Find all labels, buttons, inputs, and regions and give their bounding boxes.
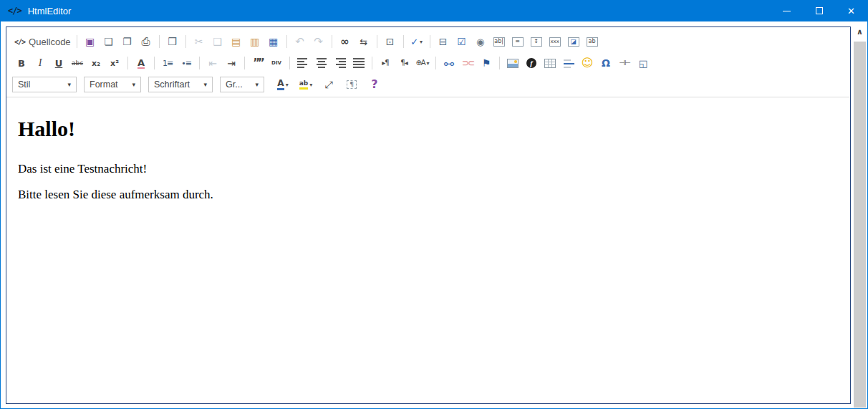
font-dropdown[interactable]: Schriftart▾ xyxy=(148,77,213,92)
print-button[interactable]: ⎙ xyxy=(138,33,155,51)
page-break-button[interactable]: ⊣⊢ xyxy=(616,54,633,72)
table-button[interactable] xyxy=(541,54,559,72)
source-button-label: Quellcode xyxy=(29,37,71,47)
bold-button[interactable]: B xyxy=(13,54,30,72)
outdent-icon: ⇤ xyxy=(208,58,217,68)
link-button[interactable]: ⧟ xyxy=(440,54,458,72)
image-button-button[interactable]: ◪ xyxy=(565,33,582,51)
text-field-button[interactable]: ab| xyxy=(491,33,508,51)
caret-down-icon: ▾ xyxy=(286,82,289,88)
form-button[interactable]: ⊟ xyxy=(435,33,452,51)
underline-button[interactable]: U xyxy=(50,54,67,72)
toolbar-separator xyxy=(154,57,155,69)
horizontal-rule-button[interactable] xyxy=(560,54,577,72)
font-dropdown-label: Schriftart xyxy=(154,80,190,90)
paste-text-button[interactable]: ▥ xyxy=(246,33,264,51)
remove-format-button[interactable]: A xyxy=(132,54,150,72)
vertical-scrollbar[interactable]: ∧ xyxy=(854,21,866,408)
button-button[interactable]: ab xyxy=(584,33,601,51)
selectall-icon: ⊡ xyxy=(386,37,395,47)
maximize-window-icon xyxy=(816,7,823,14)
numbered-list-button[interactable]: 1≡ xyxy=(159,54,176,72)
redo-button[interactable]: ↷ xyxy=(310,33,327,51)
language-button[interactable]: ⊕A▾ xyxy=(414,54,431,72)
checkbox-icon: ☑ xyxy=(457,37,466,47)
align-justify-button[interactable] xyxy=(350,54,367,72)
increase-indent-button[interactable]: ⇥ xyxy=(223,54,240,72)
source-button[interactable]: </>Quellcode xyxy=(13,33,72,51)
style-dropdown[interactable]: Stil▾ xyxy=(12,77,77,92)
spellcheck-button[interactable]: ✓▾ xyxy=(408,33,425,51)
textcolor-icon: A xyxy=(277,79,284,90)
undo-button[interactable]: ↶ xyxy=(291,33,309,51)
unlink-button[interactable]: ⊃⊂ xyxy=(459,54,476,72)
find-button[interactable]: ∞ xyxy=(337,33,354,51)
format-dropdown[interactable]: Format▾ xyxy=(84,77,141,92)
templates-button[interactable]: ❒ xyxy=(164,33,181,51)
close-button[interactable]: ✕ xyxy=(835,0,867,21)
div-container-button[interactable]: DIV xyxy=(268,54,285,72)
hidden-field-button[interactable]: xxx xyxy=(546,33,564,51)
textarea-button[interactable]: ≡ xyxy=(509,33,526,51)
radio-button[interactable]: ◉ xyxy=(472,33,489,51)
about-button[interactable]: ? xyxy=(366,76,383,94)
text-color-button[interactable]: A▾ xyxy=(274,76,291,94)
copy-button[interactable]: ❑ xyxy=(209,33,226,51)
select-all-button[interactable]: ⊡ xyxy=(382,33,399,51)
save-button[interactable]: ▣ xyxy=(82,33,99,51)
iframe-icon: ◱ xyxy=(639,59,647,68)
bulleted-list-button[interactable]: •≡ xyxy=(178,54,195,72)
background-color-button[interactable]: ab▾ xyxy=(297,76,314,94)
select-field-button[interactable]: ↕ xyxy=(528,33,545,51)
smiley-button[interactable]: ☺ xyxy=(579,54,596,72)
editor-content-area[interactable]: Hallo! Das ist eine Testnachricht! Bitte… xyxy=(6,97,850,403)
anchor-button[interactable]: ⚑ xyxy=(478,54,495,72)
editor-frame: </>Quellcode▣❏❐⎙❒✂❑▤▥▦↶↷∞⇆⊡✓▾⊟☑◉ab|≡↕xxx… xyxy=(6,27,851,404)
size-dropdown-label: Gr... xyxy=(226,80,243,90)
iframe-button[interactable]: ◱ xyxy=(635,54,652,72)
flash-button[interactable]: f xyxy=(523,54,540,72)
italic-button[interactable]: I xyxy=(32,54,49,72)
bidi-rtl-button[interactable]: ¶◂ xyxy=(395,54,413,72)
checkbox-button[interactable]: ☑ xyxy=(453,33,471,51)
toolbar-separator xyxy=(244,57,245,69)
maximize-button[interactable]: ⤢ xyxy=(320,76,337,94)
showblocks-icon: ¶ xyxy=(347,80,357,89)
strikethrough-button[interactable]: abc xyxy=(69,54,86,72)
newpage-button[interactable]: ❏ xyxy=(100,33,117,51)
bold-icon: B xyxy=(18,59,25,68)
preview-button[interactable]: ❐ xyxy=(119,33,136,51)
replace-button[interactable]: ⇆ xyxy=(355,33,372,51)
superscript-button[interactable]: x² xyxy=(106,54,123,72)
size-dropdown[interactable]: Gr...▾ xyxy=(220,77,264,92)
show-blocks-button[interactable]: ¶ xyxy=(343,76,360,94)
subscript-button[interactable]: x₂ xyxy=(87,54,105,72)
up-arrow-icon: ∧ xyxy=(857,27,863,37)
maximize-window-button[interactable] xyxy=(803,0,835,21)
redo-icon: ↷ xyxy=(314,37,323,47)
textarea-icon: ≡ xyxy=(512,37,524,47)
content-paragraph: Das ist eine Testnachricht! xyxy=(18,162,839,176)
cut-button[interactable]: ✂ xyxy=(191,33,208,51)
imagebutton-icon: ◪ xyxy=(568,37,579,47)
toolbar-row-3: Stil▾Format▾Schriftart▾Gr...▾A▾ab▾⤢¶? xyxy=(12,74,850,95)
button-icon: ab xyxy=(587,37,598,47)
align-right-button[interactable] xyxy=(332,54,349,72)
undo-icon: ↶ xyxy=(295,37,304,47)
hidden-icon: xxx xyxy=(549,37,561,47)
decrease-indent-button[interactable]: ⇤ xyxy=(204,54,221,72)
scroll-up-button[interactable]: ∧ xyxy=(854,21,866,42)
align-center-button[interactable] xyxy=(313,54,330,72)
caret-down-icon: ▾ xyxy=(420,39,423,45)
image-button[interactable] xyxy=(504,54,521,72)
toolbar-separator xyxy=(332,35,332,48)
paste-button[interactable]: ▤ xyxy=(228,33,245,51)
align-left-button[interactable] xyxy=(294,54,312,72)
blockquote-button[interactable]: ”” xyxy=(249,54,266,72)
spellcheck-icon: ✓ xyxy=(410,37,418,47)
paste-from-word-button[interactable]: ▦ xyxy=(265,33,282,51)
bidi-ltr-button[interactable]: ▸¶ xyxy=(377,54,394,72)
code-icon: </> xyxy=(8,6,21,16)
minimize-button[interactable] xyxy=(771,0,803,21)
special-char-button[interactable]: Ω xyxy=(597,54,614,72)
